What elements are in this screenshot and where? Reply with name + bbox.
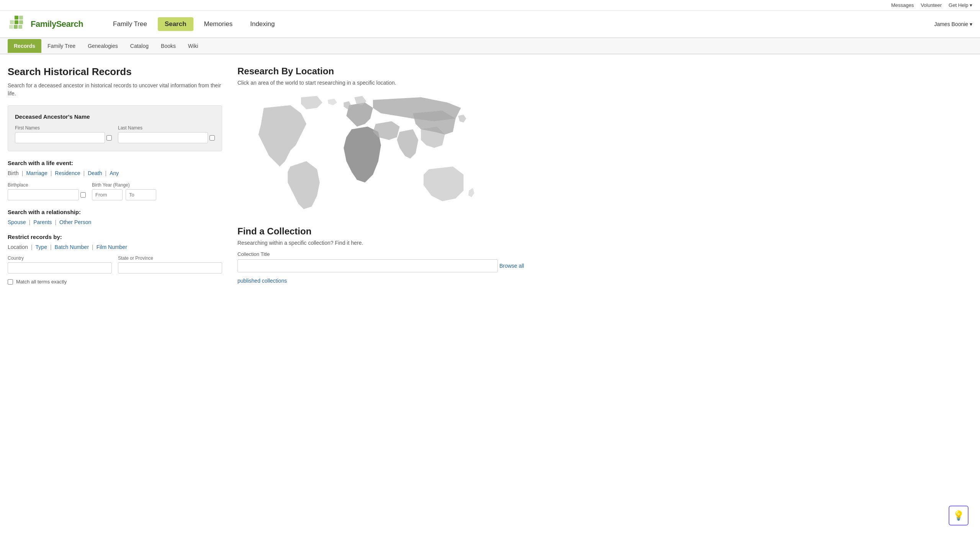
collection-title: Find a Collection — [237, 226, 528, 237]
nav-family-tree[interactable]: Family Tree — [106, 17, 154, 31]
map-title: Research By Location — [237, 66, 528, 77]
page-subtitle: Search for a deceased ancestor in histor… — [8, 82, 222, 98]
year-inputs — [92, 189, 222, 200]
map-subtitle: Click an area of the world to start rese… — [237, 80, 528, 86]
svg-rect-6 — [14, 25, 18, 29]
first-names-exact-checkbox[interactable] — [106, 135, 112, 141]
left-panel: Search Historical Records Search for a d… — [8, 66, 222, 293]
year-to-input[interactable] — [126, 189, 156, 200]
last-names-input[interactable] — [118, 132, 208, 143]
svg-rect-2 — [10, 20, 14, 24]
rel-other-person[interactable]: Other Person — [59, 219, 91, 225]
sub-nav: Records Family Tree Genealogies Catalog … — [0, 38, 980, 54]
last-names-label: Last Names — [118, 125, 215, 131]
restrict-section: Restrict records by: Location | Type | B… — [8, 234, 222, 285]
subnav-wiki[interactable]: Wiki — [182, 39, 204, 53]
right-panel: Research By Location Click an area of th… — [237, 66, 528, 293]
page-title: Search Historical Records — [8, 66, 222, 78]
country-label: Country — [8, 255, 112, 261]
first-names-with-check — [15, 132, 112, 143]
subnav-genealogies[interactable]: Genealogies — [82, 39, 124, 53]
birthplace-with-check — [8, 189, 86, 200]
content-area: Search Historical Records Search for a d… — [0, 54, 536, 305]
nav-indexing[interactable]: Indexing — [243, 17, 281, 31]
subnav-books[interactable]: Books — [155, 39, 182, 53]
world-map-svg[interactable] — [237, 92, 498, 214]
collection-section: Find a Collection Researching within a s… — [237, 226, 528, 284]
match-label: Match all terms exactly — [16, 279, 67, 285]
util-bar: Messages Volunteer Get Help ▾ — [0, 0, 980, 11]
birthplace-group: Birthplace — [8, 182, 86, 200]
ancestor-name-title: Deceased Ancestor's Name — [15, 113, 215, 120]
name-field-row: First Names Last Names — [15, 125, 215, 143]
subnav-family-tree[interactable]: Family Tree — [41, 39, 82, 53]
last-names-with-check — [118, 132, 215, 143]
svg-rect-7 — [18, 25, 22, 29]
last-names-exact-checkbox[interactable] — [209, 135, 215, 141]
birthplace-input[interactable] — [8, 189, 79, 200]
subnav-records[interactable]: Records — [8, 39, 41, 53]
state-group: State or Province — [118, 255, 222, 273]
nav-links: Family Tree Search Memories Indexing — [106, 17, 934, 31]
svg-rect-5 — [9, 25, 13, 29]
rel-spouse[interactable]: Spouse — [8, 219, 26, 225]
nav-memories[interactable]: Memories — [197, 17, 240, 31]
birth-year-label: Birth Year (Range) — [92, 182, 222, 188]
logo-text: FamilySearch — [31, 19, 83, 29]
collection-subtitle: Researching within a specific collection… — [237, 240, 528, 246]
country-row: Country State or Province — [8, 255, 222, 273]
country-input[interactable] — [8, 262, 112, 273]
first-names-input[interactable] — [15, 132, 105, 143]
main-nav: FamilySearch Family Tree Search Memories… — [0, 11, 980, 38]
rel-links: Spouse | Parents | Other Person — [8, 219, 222, 225]
relationship-section: Search with a relationship: Spouse | Par… — [8, 209, 222, 225]
svg-rect-4 — [19, 20, 23, 24]
subnav-catalog[interactable]: Catalog — [124, 39, 155, 53]
first-names-group: First Names — [15, 125, 112, 143]
restrict-title: Restrict records by: — [8, 234, 222, 240]
nav-search[interactable]: Search — [158, 17, 193, 31]
svg-rect-0 — [15, 16, 18, 20]
volunteer-link[interactable]: Volunteer — [921, 2, 942, 8]
event-birth[interactable]: Birth — [8, 170, 19, 176]
relationship-title: Search with a relationship: — [8, 209, 222, 215]
birthplace-row: Birthplace Birth Year (Range) — [8, 182, 222, 200]
event-death[interactable]: Death — [88, 170, 102, 176]
life-event-title: Search with a life event: — [8, 160, 222, 166]
logo[interactable]: FamilySearch — [8, 15, 83, 33]
state-label: State or Province — [118, 255, 222, 261]
ancestor-name-box: Deceased Ancestor's Name First Names Las… — [8, 105, 222, 151]
state-input[interactable] — [118, 262, 222, 273]
restrict-type[interactable]: Type — [36, 244, 47, 250]
collection-title-label: Collection Title — [237, 251, 528, 257]
event-any[interactable]: Any — [110, 170, 119, 176]
collection-title-input[interactable] — [237, 259, 498, 272]
restrict-links: Location | Type | Batch Number | Film Nu… — [8, 244, 222, 250]
svg-rect-1 — [19, 16, 23, 20]
restrict-film[interactable]: Film Number — [97, 244, 127, 250]
year-group: Birth Year (Range) — [92, 182, 222, 200]
restrict-batch[interactable]: Batch Number — [55, 244, 89, 250]
event-marriage[interactable]: Marriage — [26, 170, 47, 176]
event-links: Birth | Marriage | Residence | Death | A… — [8, 170, 222, 176]
last-names-group: Last Names — [118, 125, 215, 143]
match-exact-checkbox[interactable] — [8, 279, 13, 285]
world-map[interactable] — [237, 92, 498, 214]
svg-rect-3 — [15, 20, 18, 24]
year-from-input[interactable] — [92, 189, 123, 200]
birthplace-exact-checkbox[interactable] — [80, 192, 86, 198]
messages-link[interactable]: Messages — [891, 2, 914, 8]
nav-user[interactable]: James Boonie ▾ — [934, 21, 972, 27]
restrict-location[interactable]: Location — [8, 244, 28, 250]
rel-parents[interactable]: Parents — [33, 219, 52, 225]
match-row: Match all terms exactly — [8, 279, 222, 285]
get-help-link[interactable]: Get Help ▾ — [949, 2, 972, 8]
event-residence[interactable]: Residence — [55, 170, 80, 176]
birthplace-label: Birthplace — [8, 182, 86, 188]
country-group: Country — [8, 255, 112, 273]
logo-icon — [8, 15, 28, 33]
life-event-section: Search with a life event: Birth | Marria… — [8, 160, 222, 200]
first-names-label: First Names — [15, 125, 112, 131]
